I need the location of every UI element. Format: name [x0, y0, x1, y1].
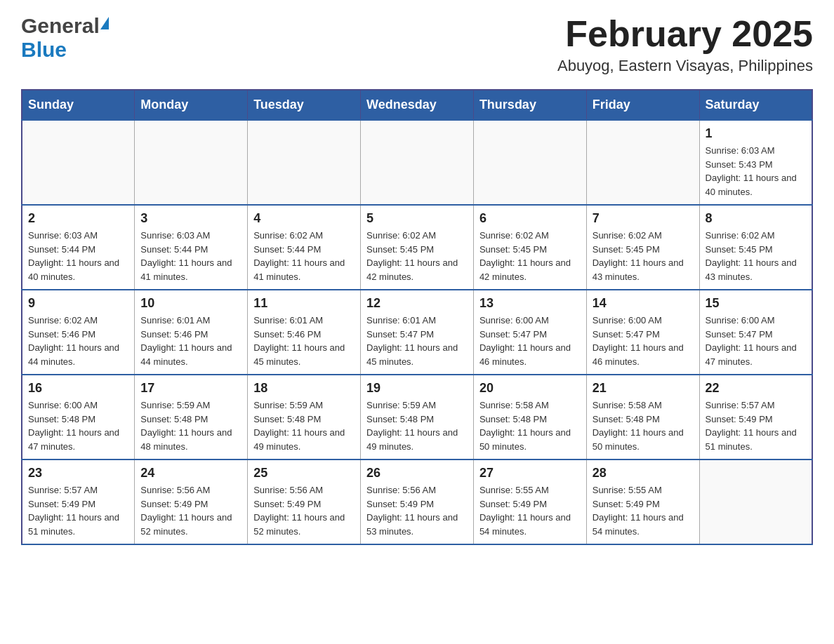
calendar-cell: 1Sunrise: 6:03 AMSunset: 5:43 PMDaylight…	[699, 120, 812, 205]
calendar-cell: 11Sunrise: 6:01 AMSunset: 5:46 PMDayligh…	[248, 290, 361, 375]
calendar-cell: 13Sunrise: 6:00 AMSunset: 5:47 PMDayligh…	[473, 290, 586, 375]
calendar-cell: 5Sunrise: 6:02 AMSunset: 5:45 PMDaylight…	[361, 205, 474, 290]
day-number: 22	[706, 381, 806, 396]
calendar-cell: 24Sunrise: 5:56 AMSunset: 5:49 PMDayligh…	[135, 459, 248, 544]
calendar-cell	[248, 120, 361, 205]
day-number: 10	[140, 296, 241, 311]
day-number: 19	[366, 381, 468, 396]
weekday-header-monday: Monday	[135, 90, 248, 120]
calendar-cell: 10Sunrise: 6:01 AMSunset: 5:46 PMDayligh…	[135, 290, 248, 375]
day-number: 28	[593, 466, 694, 481]
calendar-cell: 14Sunrise: 6:00 AMSunset: 5:47 PMDayligh…	[586, 290, 699, 375]
calendar-cell: 26Sunrise: 5:56 AMSunset: 5:49 PMDayligh…	[361, 459, 474, 544]
day-number: 5	[366, 211, 468, 226]
day-info: Sunrise: 5:58 AMSunset: 5:48 PMDaylight:…	[593, 398, 694, 453]
calendar-cell: 25Sunrise: 5:56 AMSunset: 5:49 PMDayligh…	[248, 459, 361, 544]
day-number: 20	[479, 381, 581, 396]
day-info: Sunrise: 5:59 AMSunset: 5:48 PMDaylight:…	[366, 398, 468, 453]
day-number: 3	[140, 211, 241, 226]
day-number: 1	[706, 126, 806, 141]
day-info: Sunrise: 6:02 AMSunset: 5:44 PMDaylight:…	[253, 229, 355, 283]
day-number: 8	[706, 211, 806, 226]
logo: General Blue	[21, 14, 109, 62]
day-info: Sunrise: 6:03 AMSunset: 5:43 PMDaylight:…	[706, 144, 806, 199]
calendar-cell: 28Sunrise: 5:55 AMSunset: 5:49 PMDayligh…	[586, 459, 699, 544]
day-number: 12	[366, 296, 468, 311]
day-info: Sunrise: 5:56 AMSunset: 5:49 PMDaylight:…	[366, 483, 468, 538]
day-info: Sunrise: 6:00 AMSunset: 5:48 PMDaylight:…	[28, 398, 128, 453]
day-info: Sunrise: 6:03 AMSunset: 5:44 PMDaylight:…	[140, 229, 241, 283]
day-number: 2	[28, 211, 128, 226]
day-number: 16	[28, 381, 128, 396]
calendar-cell: 3Sunrise: 6:03 AMSunset: 5:44 PMDaylight…	[135, 205, 248, 290]
day-number: 9	[28, 296, 128, 311]
calendar-cell: 17Sunrise: 5:59 AMSunset: 5:48 PMDayligh…	[135, 375, 248, 459]
day-info: Sunrise: 5:57 AMSunset: 5:49 PMDaylight:…	[28, 483, 128, 538]
day-number: 11	[253, 296, 355, 311]
calendar-table: SundayMondayTuesdayWednesdayThursdayFrid…	[21, 89, 813, 545]
day-info: Sunrise: 5:55 AMSunset: 5:49 PMDaylight:…	[479, 483, 581, 538]
logo-general-text: General	[21, 14, 100, 38]
logo-arrow-icon	[100, 17, 109, 29]
weekday-header-tuesday: Tuesday	[248, 90, 361, 120]
page-header: General Blue February 2025 Abuyog, Easte…	[21, 14, 813, 75]
weekday-header-wednesday: Wednesday	[361, 90, 474, 120]
calendar-week-row: 2Sunrise: 6:03 AMSunset: 5:44 PMDaylight…	[22, 205, 812, 290]
day-number: 23	[28, 466, 128, 481]
calendar-cell: 19Sunrise: 5:59 AMSunset: 5:48 PMDayligh…	[361, 375, 474, 459]
weekday-header-saturday: Saturday	[699, 90, 812, 120]
calendar-cell: 16Sunrise: 6:00 AMSunset: 5:48 PMDayligh…	[22, 375, 135, 459]
calendar-cell: 7Sunrise: 6:02 AMSunset: 5:45 PMDaylight…	[586, 205, 699, 290]
day-info: Sunrise: 5:58 AMSunset: 5:48 PMDaylight:…	[479, 398, 581, 453]
day-number: 13	[479, 296, 581, 311]
day-number: 15	[706, 296, 806, 311]
calendar-week-row: 9Sunrise: 6:02 AMSunset: 5:46 PMDaylight…	[22, 290, 812, 375]
calendar-body: 1Sunrise: 6:03 AMSunset: 5:43 PMDaylight…	[22, 120, 812, 544]
calendar-cell	[586, 120, 699, 205]
day-number: 25	[253, 466, 355, 481]
calendar-cell: 15Sunrise: 6:00 AMSunset: 5:47 PMDayligh…	[699, 290, 812, 375]
calendar-cell: 22Sunrise: 5:57 AMSunset: 5:49 PMDayligh…	[699, 375, 812, 459]
calendar-week-row: 23Sunrise: 5:57 AMSunset: 5:49 PMDayligh…	[22, 459, 812, 544]
weekday-header-thursday: Thursday	[473, 90, 586, 120]
calendar-cell: 8Sunrise: 6:02 AMSunset: 5:45 PMDaylight…	[699, 205, 812, 290]
calendar-cell: 20Sunrise: 5:58 AMSunset: 5:48 PMDayligh…	[473, 375, 586, 459]
calendar-cell	[473, 120, 586, 205]
day-info: Sunrise: 5:56 AMSunset: 5:49 PMDaylight:…	[253, 483, 355, 538]
logo-blue-text: Blue	[21, 38, 67, 62]
day-number: 24	[140, 466, 241, 481]
day-number: 21	[593, 381, 694, 396]
calendar-cell: 18Sunrise: 5:59 AMSunset: 5:48 PMDayligh…	[248, 375, 361, 459]
month-title: February 2025	[557, 14, 813, 54]
weekday-header-sunday: Sunday	[22, 90, 135, 120]
calendar-cell: 21Sunrise: 5:58 AMSunset: 5:48 PMDayligh…	[586, 375, 699, 459]
calendar-cell: 6Sunrise: 6:02 AMSunset: 5:45 PMDaylight…	[473, 205, 586, 290]
day-number: 18	[253, 381, 355, 396]
day-info: Sunrise: 6:01 AMSunset: 5:46 PMDaylight:…	[253, 314, 355, 368]
day-info: Sunrise: 5:59 AMSunset: 5:48 PMDaylight:…	[253, 398, 355, 453]
calendar-cell: 23Sunrise: 5:57 AMSunset: 5:49 PMDayligh…	[22, 459, 135, 544]
day-info: Sunrise: 6:00 AMSunset: 5:47 PMDaylight:…	[706, 314, 806, 368]
day-number: 6	[479, 211, 581, 226]
weekday-header-row: SundayMondayTuesdayWednesdayThursdayFrid…	[22, 90, 812, 120]
calendar-week-row: 1Sunrise: 6:03 AMSunset: 5:43 PMDaylight…	[22, 120, 812, 205]
day-number: 4	[253, 211, 355, 226]
calendar-cell	[135, 120, 248, 205]
calendar-cell: 12Sunrise: 6:01 AMSunset: 5:47 PMDayligh…	[361, 290, 474, 375]
day-info: Sunrise: 6:01 AMSunset: 5:46 PMDaylight:…	[140, 314, 241, 368]
day-info: Sunrise: 6:01 AMSunset: 5:47 PMDaylight:…	[366, 314, 468, 368]
calendar-cell: 4Sunrise: 6:02 AMSunset: 5:44 PMDaylight…	[248, 205, 361, 290]
calendar-cell	[361, 120, 474, 205]
day-number: 17	[140, 381, 241, 396]
day-info: Sunrise: 5:59 AMSunset: 5:48 PMDaylight:…	[140, 398, 241, 453]
calendar-cell: 27Sunrise: 5:55 AMSunset: 5:49 PMDayligh…	[473, 459, 586, 544]
calendar-cell	[699, 459, 812, 544]
day-info: Sunrise: 6:00 AMSunset: 5:47 PMDaylight:…	[593, 314, 694, 368]
day-info: Sunrise: 5:57 AMSunset: 5:49 PMDaylight:…	[706, 398, 806, 453]
day-number: 7	[593, 211, 694, 226]
day-info: Sunrise: 5:55 AMSunset: 5:49 PMDaylight:…	[593, 483, 694, 538]
day-info: Sunrise: 6:00 AMSunset: 5:47 PMDaylight:…	[479, 314, 581, 368]
day-number: 14	[593, 296, 694, 311]
calendar-cell: 9Sunrise: 6:02 AMSunset: 5:46 PMDaylight…	[22, 290, 135, 375]
title-section: February 2025 Abuyog, Eastern Visayas, P…	[557, 14, 813, 75]
